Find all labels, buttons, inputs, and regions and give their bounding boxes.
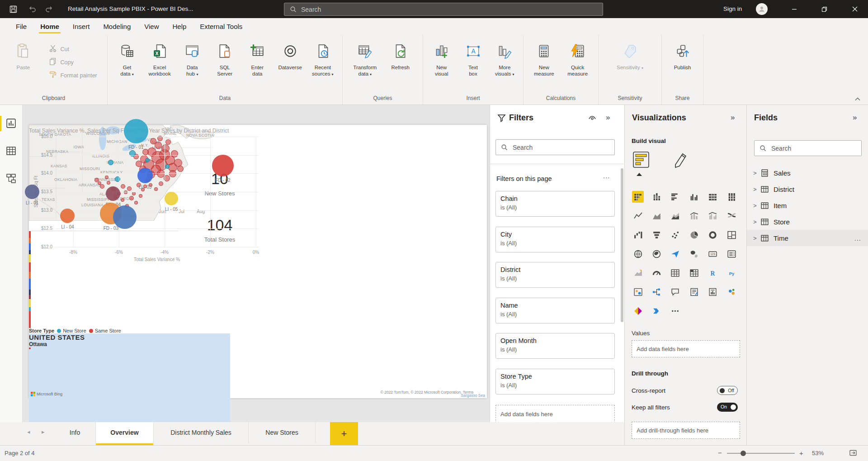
excel-workbook-button[interactable]: XExcelworkbook (146, 41, 173, 77)
visual-type-azure-map[interactable] (670, 248, 681, 260)
new-measure-button[interactable]: Newmeasure (531, 41, 557, 77)
field-table-sales[interactable]: >Sales (747, 165, 868, 181)
paste-button[interactable]: Paste (10, 41, 36, 71)
visual-type-100-stacked-bar-chart[interactable] (707, 191, 719, 203)
build-visual-mode-icon[interactable] (632, 149, 651, 171)
save-icon[interactable] (7, 4, 19, 14)
next-page-arrow-icon[interactable]: ▸ (42, 428, 45, 435)
minimize-button[interactable] (784, 0, 804, 18)
model-view-button[interactable] (5, 173, 18, 186)
menu-tab-home[interactable]: Home (33, 18, 66, 35)
data-hub-button[interactable]: Datahub ▾ (179, 41, 205, 77)
visual-type-ribbon-chart[interactable] (726, 210, 737, 222)
visual-type-line-chart[interactable] (632, 210, 644, 222)
field-table-item[interactable]: >Item (747, 197, 868, 214)
visual-type-pie-chart[interactable] (688, 229, 700, 241)
visual-type-arcgis-map[interactable] (726, 286, 737, 298)
refresh-button[interactable]: Refresh (387, 41, 414, 71)
fields-search-input[interactable] (770, 144, 852, 152)
transform-data-button[interactable]: Transformdata ▾ (352, 41, 378, 77)
filter-card-chain[interactable]: Chainis (All) (495, 191, 615, 217)
visual-type-treemap[interactable] (726, 229, 737, 241)
visual-type-decomposition-tree[interactable] (651, 286, 662, 298)
visual-type-area-chart[interactable] (651, 210, 662, 222)
enter-data-button[interactable]: Enterdata (244, 41, 270, 77)
zoom-slider-thumb[interactable] (741, 451, 746, 456)
visual-type-100-stacked-column-chart[interactable] (726, 191, 737, 203)
sign-in-button[interactable]: Sign in (723, 0, 742, 18)
filters-more-icon[interactable]: ... (603, 172, 610, 180)
visual-type-filled-map[interactable] (651, 248, 662, 260)
visual-type-line-and-clustered-column-chart[interactable] (707, 210, 719, 222)
visual-type-stacked-bar-chart[interactable] (632, 191, 644, 203)
global-search[interactable] (284, 3, 603, 16)
visual-type-table[interactable] (670, 267, 681, 279)
filters-scrollbar[interactable] (621, 168, 623, 322)
avatar[interactable] (756, 3, 768, 15)
page-tab-info[interactable]: Info (54, 422, 96, 443)
report-view-button[interactable] (5, 118, 18, 131)
drill-through-dropzone[interactable]: Add drill-through fields here (632, 422, 740, 439)
filter-card-open-month[interactable]: Open Monthis (All) (495, 333, 615, 359)
redo-icon[interactable] (43, 4, 55, 14)
visual-type-smart-narrative[interactable] (688, 286, 700, 298)
filters-search-input[interactable] (512, 143, 603, 152)
text-box-button[interactable]: ATextbox (460, 41, 486, 77)
visual-type-q-and-a[interactable] (670, 286, 681, 298)
zoom-out-button[interactable]: − (718, 449, 722, 456)
visual-type-map[interactable] (632, 248, 644, 260)
filters-search[interactable] (495, 139, 615, 155)
visual-type-stacked-column-chart[interactable] (651, 191, 662, 203)
visual-type-waterfall-chart[interactable] (632, 229, 644, 241)
fields-search[interactable] (754, 140, 862, 156)
visual-type-shape-map[interactable] (688, 248, 700, 260)
zoom-in-button[interactable]: + (799, 449, 803, 457)
new-page-button[interactable]: + (330, 422, 358, 445)
copy-button[interactable]: Copy (49, 56, 97, 69)
data-view-button[interactable] (5, 145, 18, 159)
recent-sources-button[interactable]: Recentsources ▾ (310, 41, 336, 77)
menu-tab-external-tools[interactable]: External Tools (193, 18, 249, 35)
visual-type-scatter-chart[interactable] (670, 229, 681, 241)
filter-card-district[interactable]: Districtis (All) (495, 262, 615, 288)
prev-page-arrow-icon[interactable]: ◂ (27, 428, 30, 435)
visual-type-donut-chart[interactable] (707, 229, 719, 241)
menu-tab-file[interactable]: File (9, 18, 33, 35)
chevron-right-icon[interactable]: > (753, 235, 760, 242)
menu-tab-help[interactable]: Help (166, 18, 193, 35)
keep-all-filters-toggle[interactable]: On (717, 403, 738, 412)
format-visual-mode-icon[interactable] (672, 150, 690, 170)
report-page[interactable]: Store Sales OverviewThis Year Sales by C… (29, 125, 487, 398)
more-visuals-button[interactable]: Morevisuals ▾ (491, 41, 518, 77)
visual-type-multi-row-card[interactable] (726, 248, 737, 260)
menu-tab-modeling[interactable]: Modeling (96, 18, 137, 35)
visual-type-power-automate[interactable] (651, 305, 662, 317)
filters-add-field-dropzone[interactable]: Add data fields here (495, 405, 615, 422)
chevron-right-icon[interactable]: > (753, 170, 760, 176)
page-tab-new-stores[interactable]: New Stores (249, 422, 316, 443)
sensitivity-button[interactable]: Sensitivity ▾ (615, 41, 645, 71)
field-table-district[interactable]: >District (747, 181, 868, 197)
visual-type-line-and-stacked-column-chart[interactable] (688, 210, 700, 222)
field-more-options-icon[interactable]: ... (854, 234, 861, 242)
collapse-fields-icon[interactable]: » (853, 113, 857, 122)
quick-measure-button[interactable]: Quickmeasure (565, 41, 591, 77)
map-canvas[interactable]: SOUTH DAKOTAWISCONSINMICHIGANIOWANEBRASK… (29, 333, 230, 429)
visual-type-key-influencers[interactable] (632, 286, 644, 298)
visual-type-gauge[interactable] (651, 267, 662, 279)
visual-type-clustered-column-chart[interactable] (688, 191, 700, 203)
zoom-slider-track[interactable] (727, 453, 795, 454)
dataverse-button[interactable]: Dataverse (277, 41, 303, 71)
collapse-visualizations-icon[interactable]: » (731, 113, 735, 122)
menu-tab-insert[interactable]: Insert (66, 18, 97, 35)
publish-button[interactable]: Publish (670, 41, 696, 71)
collapse-ribbon-icon[interactable] (854, 95, 861, 103)
filter-card-store-type[interactable]: Store Typeis (All) (495, 369, 615, 394)
collapse-filters-icon[interactable]: » (606, 113, 610, 122)
visual-type-card[interactable]: 123 (707, 248, 719, 260)
filter-card-city[interactable]: Cityis (All) (495, 227, 615, 252)
cross-report-toggle[interactable]: Off (717, 386, 738, 395)
visual-type-kpi[interactable] (632, 267, 644, 279)
filter-card-name[interactable]: Nameis (All) (495, 298, 615, 323)
eye-icon[interactable] (588, 114, 597, 124)
